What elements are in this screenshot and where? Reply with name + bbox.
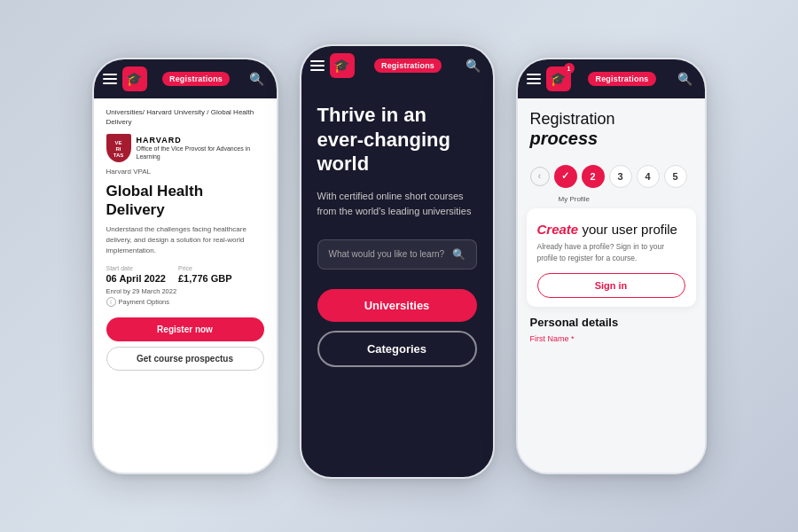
personal-details-header: Personal details [518,307,705,334]
step-prev-arrow[interactable]: ‹ [530,167,550,186]
create-italic: Create [537,222,579,237]
hamburger-icon-right[interactable] [527,74,541,84]
step-2[interactable]: 2 [582,165,605,188]
phone-center: 🎓 Registrations 🔍 Thrive in an ever-chan… [300,44,495,479]
enroll-by-text: Enrol by 29 March 2022 [106,287,264,295]
header-right: 🎓 Registrations 🔍 [518,59,705,98]
start-date-value: 06 April 2022 [106,273,166,284]
create-profile-card: Create your user profile Already have a … [527,208,696,307]
course-meta: Start date 06 April 2022 Price £1,776 GB… [106,265,264,284]
step-4-col: 4 [637,165,660,188]
payment-options: i Payment Options [106,297,264,307]
price-block: Price £1,776 GBP [178,265,232,284]
search-icon-sm: 🔍 [452,248,466,261]
step-4[interactable]: 4 [637,165,660,188]
hamburger-icon[interactable] [103,74,117,84]
categories-button[interactable]: Categories [317,331,477,367]
registration-header: Registration process [518,98,705,158]
harvard-text: HARVARD Office of the Vice Provost for A… [137,136,264,160]
hero-title: Thrive in an ever-changing world [317,103,477,176]
phone-right: 🎓 Registrations 🔍 Registration process ‹… [516,58,707,474]
step-navigation: ‹ ✓ 2 3 4 5 [518,158,705,195]
start-date-label: Start date [106,265,166,271]
create-plain: your user profile [582,222,677,237]
harvard-shield: VERITAS [106,134,131,162]
create-title: Create your user profile [537,221,685,239]
first-name-label: First Name * [518,334,705,343]
register-now-button[interactable]: Register now [106,317,264,341]
price-label: Price [178,265,232,271]
left-phone-content: Universities/ Harvard University / Globa… [94,98,277,473]
registrations-badge[interactable]: Registrations [162,72,230,86]
grad-cap-icon-center: 🎓 [330,53,355,78]
step-5-col: 5 [664,165,687,188]
search-icon-center[interactable]: 🔍 [462,57,484,74]
header-center-logo: 🎓 [310,53,355,78]
step-1[interactable]: ✓ [554,165,577,188]
search-bar[interactable]: What would you like to learn? 🔍 [317,239,477,270]
registration-title: Registration [530,111,692,129]
hero-subtitle: With certified online short courses from… [317,189,477,220]
header-left: 🎓 Registrations 🔍 [94,59,277,98]
registrations-badge-right[interactable]: Registrations [588,72,655,86]
breadcrumb-harvard[interactable]: Harvard University [145,108,207,116]
sign-in-button[interactable]: Sign in [537,273,685,298]
price-value: £1,776 GBP [178,273,232,284]
center-phone-content: Thrive in an ever-changing world With ce… [301,85,493,477]
course-description: Understand the challenges facing healthc… [106,224,264,256]
search-icon[interactable]: 🔍 [246,70,268,88]
create-description: Already have a profile? Sign in to your … [537,241,685,264]
harvard-vpal: Harvard VPAL [106,168,264,176]
harvard-name: HARVARD [137,136,264,145]
header-left-logo: 🎓 [103,66,147,91]
my-profile-label: My Profile [518,195,705,208]
start-date-block: Start date 06 April 2022 [106,265,166,284]
grad-cap-icon: 🎓 [122,66,147,91]
header-right-logo: 🎓 [527,66,571,91]
course-title: Global Health Delivery [106,183,264,219]
registration-process-italic: process [530,129,692,149]
right-phone-content: Registration process ‹ ✓ 2 3 4 5 My Prof… [518,98,705,473]
universities-button[interactable]: Universities [317,289,477,322]
step-3-col: 3 [609,165,632,188]
step-5[interactable]: 5 [664,165,687,188]
harvard-sub: Office of the Vice Provost for Advances … [137,145,264,160]
step-2-col: 2 [582,165,605,188]
step-1-col: ✓ [554,165,577,188]
search-placeholder: What would you like to learn? [329,249,445,259]
phone-left: 🎓 Registrations 🔍 Universities/ Harvard … [92,58,278,474]
header-center: 🎓 Registrations 🔍 [301,46,493,85]
get-prospectus-button[interactable]: Get course prospectus [106,347,264,371]
hamburger-icon-center[interactable] [310,60,325,71]
grad-cap-icon-right: 🎓 [546,66,571,91]
registrations-badge-center[interactable]: Registrations [374,59,442,73]
step-3[interactable]: 3 [609,165,632,188]
harvard-logo-area: VERITAS HARVARD Office of the Vice Provo… [106,134,264,162]
breadcrumb: Universities/ Harvard University / Globa… [106,107,264,127]
info-icon: i [106,297,116,307]
breadcrumb-universities[interactable]: Universities/ [106,108,145,116]
search-icon-right[interactable]: 🔍 [674,70,696,88]
